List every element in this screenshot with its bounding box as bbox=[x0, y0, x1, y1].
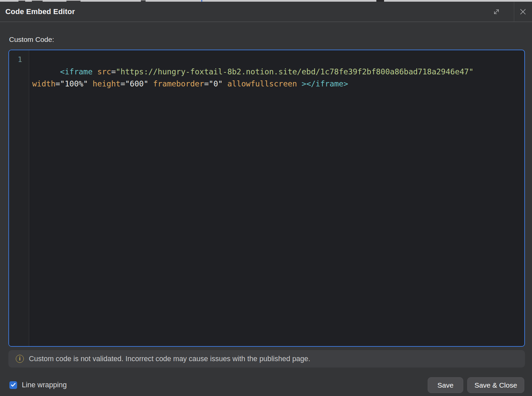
line-number: 1 bbox=[9, 54, 29, 66]
save-and-close-button[interactable]: Save & Close bbox=[467, 377, 524, 393]
code-input-area[interactable]: <iframe src="https://hungry-foxtail-8b2.… bbox=[29, 50, 524, 346]
expand-icon bbox=[493, 8, 500, 16]
line-wrapping-label: Line wrapping bbox=[22, 381, 67, 389]
code-editor[interactable]: 1 <iframe src="https://hungry-foxtail-8b… bbox=[8, 50, 525, 347]
validation-notice-text: Custom code is not validated. Incorrect … bbox=[29, 355, 310, 363]
line-wrapping-control: Line wrapping bbox=[9, 377, 67, 393]
header-divider bbox=[514, 2, 514, 22]
info-icon: i bbox=[16, 355, 24, 363]
custom-code-label: Custom Code: bbox=[9, 36, 54, 44]
code-embed-editor-dialog: Code Embed Editor Custom Code: bbox=[0, 2, 532, 396]
close-dialog-button[interactable] bbox=[517, 6, 529, 18]
close-icon bbox=[519, 8, 527, 16]
code-line-text: <iframe src="https://hungry-foxtail-8b2.… bbox=[32, 67, 478, 88]
dialog-header: Code Embed Editor bbox=[0, 2, 532, 22]
line-wrapping-checkbox[interactable] bbox=[9, 381, 17, 389]
validation-notice: i Custom code is not validated. Incorrec… bbox=[8, 350, 525, 368]
checkmark-icon bbox=[11, 382, 16, 388]
save-button[interactable]: Save bbox=[428, 377, 463, 393]
expand-dialog-button[interactable] bbox=[490, 6, 503, 18]
dialog-title: Code Embed Editor bbox=[5, 7, 75, 16]
editor-gutter: 1 bbox=[9, 50, 29, 346]
